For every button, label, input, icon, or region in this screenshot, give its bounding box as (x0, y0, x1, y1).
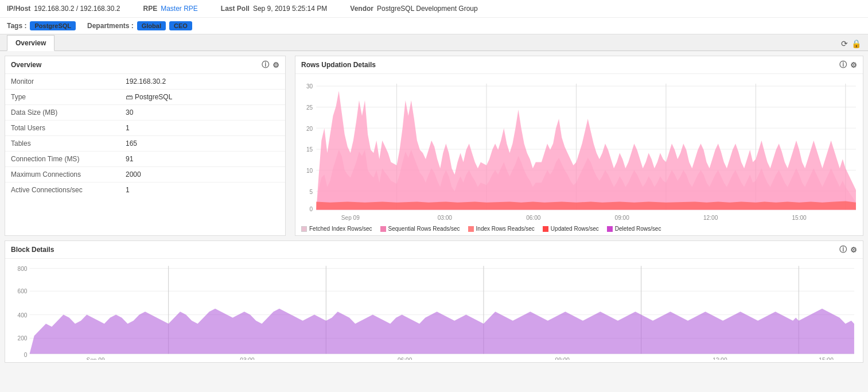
top-panels: Overview ⓘ ⚙ Monitor 192.168.30.2 Type 🗃… (0, 51, 868, 240)
row-value-activeconn: 1 (120, 183, 285, 198)
svg-text:800: 800 (18, 265, 28, 271)
legend-updated-label: Updated Rows/sec (551, 226, 599, 232)
row-label-type: Type (5, 90, 120, 105)
svg-text:200: 200 (18, 335, 28, 341)
lastpoll-label: Last Poll (221, 5, 250, 13)
svg-text:15: 15 (306, 146, 313, 153)
dept-ceo[interactable]: CEO (169, 21, 192, 30)
tab-overview[interactable]: Overview (7, 35, 55, 51)
overview-header-icons: ⓘ ⚙ (262, 60, 279, 70)
row-label-datasize: Data Size (MB) (5, 105, 120, 121)
block-info-icon[interactable]: ⓘ (839, 244, 847, 255)
tags-label: Tags : (7, 22, 26, 30)
legend-index: Index Rows Reads/sec (468, 226, 535, 232)
block-chart-svg: 800 600 400 200 0 Sep (11, 263, 857, 360)
svg-text:30: 30 (306, 83, 313, 90)
svg-text:09:00: 09:00 (555, 357, 570, 360)
svg-text:10: 10 (306, 168, 313, 174)
rows-chart-legend: Fetched Index Rows/sec Sequential Rows R… (295, 223, 863, 235)
ip-value: 192.168.30.2 / 192.168.30.2 (34, 5, 120, 13)
table-row: Type 🗃PostgreSQL (5, 90, 285, 105)
rows-chart-settings-icon[interactable]: ⚙ (850, 61, 857, 69)
tabs-bar: Overview ⟳ 🔒 (0, 34, 868, 51)
header-bar: IP/Host 192.168.30.2 / 192.168.30.2 RPE … (0, 0, 868, 34)
legend-sequential-color (380, 226, 386, 232)
block-panel-header: Block Details ⓘ ⚙ (5, 241, 863, 259)
ip-label: IP/Host (7, 5, 30, 13)
svg-text:0: 0 (310, 205, 313, 212)
header-row1: IP/Host 192.168.30.2 / 192.168.30.2 RPE … (0, 0, 868, 18)
rows-chart-svg: 30 25 20 15 10 5 0 (301, 79, 857, 221)
overview-info-icon[interactable]: ⓘ (262, 60, 269, 70)
svg-text:09:00: 09:00 (615, 215, 629, 221)
main-content: Overview ⓘ ⚙ Monitor 192.168.30.2 Type 🗃… (0, 51, 868, 367)
legend-updated-color (543, 226, 548, 232)
svg-text:15:00: 15:00 (792, 215, 806, 221)
overview-table: Monitor 192.168.30.2 Type 🗃PostgreSQL Da… (5, 74, 285, 197)
row-value-users: 1 (120, 121, 285, 136)
svg-text:12:00: 12:00 (713, 357, 727, 360)
rows-chart-header: Rows Updation Details ⓘ ⚙ (295, 56, 863, 74)
ip-host-item: IP/Host 192.168.30.2 / 192.168.30.2 (7, 5, 120, 13)
svg-text:03:00: 03:00 (438, 215, 452, 221)
row-label-activeconn: Active Connections/sec (5, 183, 120, 198)
rows-chart-info-icon[interactable]: ⓘ (839, 60, 847, 70)
departments-label: Departments : (87, 22, 134, 30)
departments-item: Departments : Global CEO (87, 21, 192, 30)
legend-sequential-label: Sequential Rows Reads/sec (388, 226, 460, 232)
overview-settings-icon[interactable]: ⚙ (273, 61, 279, 69)
svg-text:15:00: 15:00 (819, 357, 834, 360)
rows-chart-panel: Rows Updation Details ⓘ ⚙ 30 25 20 15 10… (295, 56, 863, 236)
row-value-monitor[interactable]: 192.168.30.2 (120, 74, 285, 90)
table-row: Connection Time (MS) 91 (5, 152, 285, 167)
vendor-label: Vendor (350, 5, 373, 13)
row-value-tables: 165 (120, 136, 285, 152)
svg-text:0: 0 (24, 352, 28, 358)
svg-text:Sep 09: Sep 09 (86, 357, 104, 360)
legend-fetched-color (301, 226, 307, 232)
svg-text:Sep 09: Sep 09 (341, 215, 360, 221)
refresh-icon[interactable]: ⟳ (841, 39, 848, 48)
legend-index-label: Index Rows Reads/sec (476, 226, 535, 232)
lastpoll-value: Sep 9, 2019 5:25:14 PM (253, 5, 327, 13)
block-header-icons: ⓘ ⚙ (839, 244, 857, 255)
svg-text:12:00: 12:00 (703, 215, 718, 221)
legend-fetched: Fetched Index Rows/sec (301, 226, 372, 232)
svg-text:5: 5 (310, 188, 313, 195)
legend-deleted-label: Deleted Rows/sec (615, 226, 661, 232)
legend-deleted-color (607, 226, 613, 232)
overview-panel-header: Overview ⓘ ⚙ (5, 56, 285, 74)
table-row: Active Connections/sec 1 (5, 183, 285, 198)
row-value-conntime: 91 (120, 152, 285, 167)
row-label-monitor: Monitor (5, 74, 120, 90)
table-row: Total Users 1 (5, 121, 285, 136)
vendor-item: Vendor PostgreSQL Development Group (350, 5, 477, 13)
block-title: Block Details (11, 246, 54, 254)
row-label-maxconn: Maximum Connections (5, 167, 120, 183)
header-row2: Tags : PostgreSQL Departments : Global C… (0, 18, 868, 34)
table-row: Monitor 192.168.30.2 (5, 74, 285, 90)
block-settings-icon[interactable]: ⚙ (850, 246, 857, 254)
rows-chart-title: Rows Updation Details (301, 61, 376, 69)
legend-sequential: Sequential Rows Reads/sec (380, 226, 460, 232)
legend-fetched-label: Fetched Index Rows/sec (309, 226, 372, 232)
svg-text:06:00: 06:00 (526, 215, 540, 221)
rpe-value: Master RPE (161, 5, 198, 13)
legend-updated: Updated Rows/sec (543, 226, 599, 232)
row-label-tables: Tables (5, 136, 120, 152)
row-label-users: Total Users (5, 121, 120, 136)
lock-icon[interactable]: 🔒 (851, 39, 861, 48)
svg-text:400: 400 (18, 312, 28, 319)
dept-global[interactable]: Global (137, 21, 166, 30)
svg-text:600: 600 (18, 288, 28, 294)
tag-postgresql[interactable]: PostgreSQL (30, 21, 76, 30)
legend-index-color (468, 226, 474, 232)
table-row: Data Size (MB) 30 (5, 105, 285, 121)
svg-text:25: 25 (306, 104, 313, 111)
rows-chart-icons: ⓘ ⚙ (839, 60, 857, 70)
svg-text:06:00: 06:00 (398, 357, 412, 360)
overview-panel: Overview ⓘ ⚙ Monitor 192.168.30.2 Type 🗃… (5, 56, 286, 236)
block-panel: Block Details ⓘ ⚙ 800 600 400 200 0 (5, 240, 863, 363)
row-value-datasize: 30 (120, 105, 285, 121)
table-row: Tables 165 (5, 136, 285, 152)
